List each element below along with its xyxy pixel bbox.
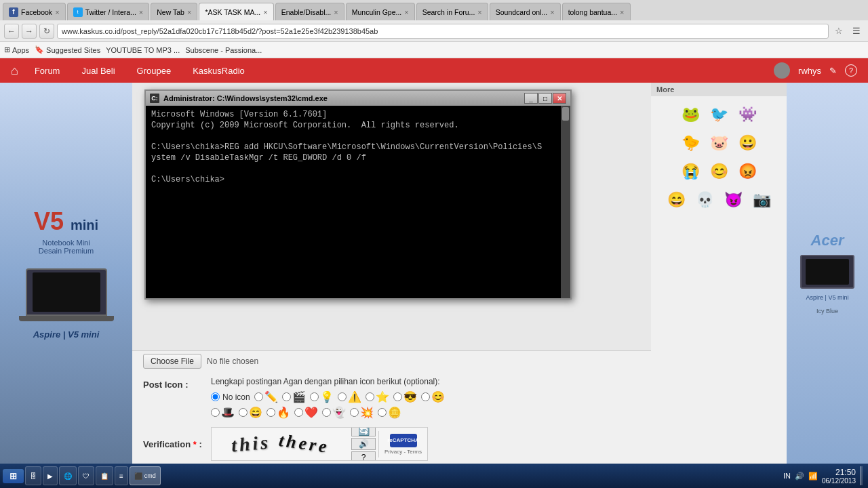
emoji-smile-yellow[interactable]: 😄 — [663, 187, 689, 213]
emoji-pig[interactable]: 🐷 — [706, 130, 732, 156]
radio-icon-9[interactable]: 😄 — [239, 406, 262, 419]
cmd-close-button[interactable]: ✕ — [553, 93, 566, 104]
address-bar[interactable]: www.kaskus.co.id/post_reply/52a1dfa020cb… — [57, 24, 829, 39]
radio-no-icon-input[interactable] — [211, 392, 220, 401]
tab-tolong-close[interactable]: × — [620, 8, 624, 16]
captcha-help-button[interactable]: ? — [351, 451, 376, 461]
radio-icon-4[interactable]: ⚠️ — [338, 390, 361, 403]
nav-groupee[interactable]: Groupee — [132, 63, 177, 79]
network-icon[interactable]: 📶 — [808, 472, 818, 481]
emoji-blush[interactable]: 😊 — [706, 159, 732, 184]
tab-search-close[interactable]: × — [477, 8, 481, 16]
taskbar-shield-button[interactable]: 🛡 — [78, 466, 94, 485]
cmd-minimize-button[interactable]: _ — [524, 93, 538, 104]
aspire-v5-label-right: Aspire | V5 mini — [806, 294, 849, 301]
taskbar-explorer-button[interactable]: 🗄 — [25, 466, 41, 485]
emoji-row-4: 😄 💀 😈 📷 — [655, 186, 783, 214]
kaskus-nav: ⌂ Forum Jual Beli Groupee KaskusRadio rw… — [0, 58, 868, 83]
radio-icon-6[interactable]: 😎 — [393, 390, 417, 403]
page-body: V5 mini Notebook Mini Desain Premium Asp… — [0, 83, 868, 464]
radio-icon-7[interactable]: 😊 — [421, 390, 445, 403]
kaskus-home-icon[interactable]: ⌂ — [11, 64, 18, 78]
taskbar-cmd-button[interactable]: ⬛ cmd — [130, 466, 161, 485]
taskbar-notes-button[interactable]: 📋 — [96, 466, 113, 485]
language-indicator: IN — [783, 472, 791, 480]
bookmark-subscene[interactable]: Subscene - Passiona... — [185, 46, 262, 54]
tab-asktask-close[interactable]: × — [263, 8, 267, 16]
cmd-scrollbar[interactable] — [561, 106, 570, 298]
captcha-logo: reCAPTCHA Privacy - Terms — [378, 431, 427, 458]
icon-heart: ❤️ — [304, 406, 318, 419]
emoji-alien[interactable]: 👾 — [734, 102, 760, 127]
forward-button[interactable]: → — [22, 24, 37, 39]
icon-ghost: 👻 — [332, 406, 346, 419]
icon-smile: 😊 — [431, 390, 445, 403]
cmd-line-5 — [151, 164, 555, 174]
radio-icon-10[interactable]: 🔥 — [267, 406, 290, 419]
captcha-audio-button[interactable]: 🔊 — [351, 438, 376, 450]
taskbar-media-button[interactable]: ▶ — [43, 466, 58, 485]
radio-icon-3[interactable]: 💡 — [310, 390, 334, 403]
cmd-line-3: C:\Users\chika>REG add HKCU\Software\Mic… — [151, 142, 555, 152]
settings-icon[interactable]: ☰ — [849, 24, 864, 39]
taskbar-menu-button[interactable]: ≡ — [115, 466, 128, 485]
tab-twitter-close[interactable]: × — [139, 8, 143, 16]
emoji-camera[interactable]: 📷 — [749, 187, 774, 213]
tab-munculin[interactable]: Munculin Gpe... × — [346, 3, 415, 20]
emoji-frog[interactable]: 🐸 — [677, 102, 703, 127]
start-button[interactable]: ⊞ — [3, 469, 24, 483]
captcha-refresh-button[interactable]: 🔄 — [351, 427, 376, 436]
bookmark-youtube[interactable]: YOUTUBE TO MP3 ... — [106, 46, 180, 54]
radio-icon-13[interactable]: 💥 — [350, 406, 374, 419]
bookmark-star-icon[interactable]: ☆ — [831, 24, 846, 39]
icon-explosion: 💥 — [360, 406, 374, 419]
tab-facebook-close[interactable]: × — [55, 8, 59, 16]
tab-twitter[interactable]: t Twitter / Intera... × — [67, 3, 150, 20]
emoji-smile-big[interactable]: 😀 — [734, 130, 760, 156]
radio-no-icon[interactable]: No icon — [211, 392, 250, 402]
choose-file-button[interactable]: Choose File — [143, 354, 201, 369]
cmd-maximize-button[interactable]: □ — [538, 93, 552, 104]
bookmark-apps[interactable]: ⊞ Apps — [4, 45, 29, 54]
radio-icon-5[interactable]: ⭐ — [366, 390, 389, 403]
cmd-line-4: ystem /v DisableTaskMgr /t REG_DWORD /d … — [151, 153, 555, 163]
radio-icon-8[interactable]: 🎩 — [211, 406, 235, 419]
refresh-button[interactable]: ↻ — [39, 24, 54, 39]
time-display: 21:50 — [822, 468, 856, 477]
emoji-angry[interactable]: 😡 — [734, 159, 760, 184]
back-button[interactable]: ← — [4, 24, 19, 39]
radio-icon-1[interactable]: ✏️ — [254, 390, 278, 403]
emoji-devil[interactable]: 😈 — [720, 187, 746, 213]
tab-soundcard-close[interactable]: × — [550, 8, 554, 16]
nav-kaskusradio[interactable]: KaskusRadio — [187, 63, 250, 79]
tab-enable[interactable]: Enable/Disabl... × — [275, 3, 344, 20]
tab-enable-close[interactable]: × — [334, 8, 338, 16]
tab-asktask[interactable]: *ASK TASK MA... × — [199, 3, 273, 20]
tab-newtab-close[interactable]: × — [187, 8, 191, 16]
tab-munculin-close[interactable]: × — [404, 8, 408, 16]
radio-icon-14[interactable]: 🪙 — [378, 406, 401, 419]
tab-soundcard-label: Soundcard onl... — [496, 8, 547, 16]
nav-jualbeli[interactable]: Jual Beli — [76, 63, 120, 79]
tab-soundcard[interactable]: Soundcard onl... × — [490, 3, 561, 20]
username[interactable]: rwhys — [798, 66, 821, 76]
emoji-skull[interactable]: 💀 — [692, 187, 717, 213]
tab-newtab[interactable]: New Tab × — [151, 3, 197, 20]
show-desktop-button[interactable] — [860, 466, 863, 485]
tab-tolong[interactable]: tolong bantua... × — [562, 3, 631, 20]
radio-icon-12[interactable]: 👻 — [322, 406, 346, 419]
nav-forum[interactable]: Forum — [29, 63, 66, 79]
radio-icon-2[interactable]: 🎬 — [282, 390, 306, 403]
shield-icon: 🛡 — [83, 472, 90, 480]
volume-icon[interactable]: 🔊 — [795, 472, 804, 481]
help-icon[interactable]: ? — [845, 64, 857, 77]
tab-search[interactable]: Search in Foru... × — [416, 3, 488, 20]
edit-icon[interactable]: ✎ — [829, 66, 837, 76]
emoji-cry[interactable]: 😭 — [677, 159, 703, 184]
emoji-bird-small[interactable]: 🐤 — [677, 130, 703, 156]
tab-facebook[interactable]: f Facebook × — [3, 3, 66, 20]
radio-icon-11[interactable]: ❤️ — [294, 406, 318, 419]
emoji-bird-blue[interactable]: 🐦 — [706, 102, 732, 127]
taskbar-browser-button[interactable]: 🌐 — [59, 466, 77, 485]
bookmark-suggested[interactable]: 🔖 Suggested Sites — [35, 45, 100, 54]
